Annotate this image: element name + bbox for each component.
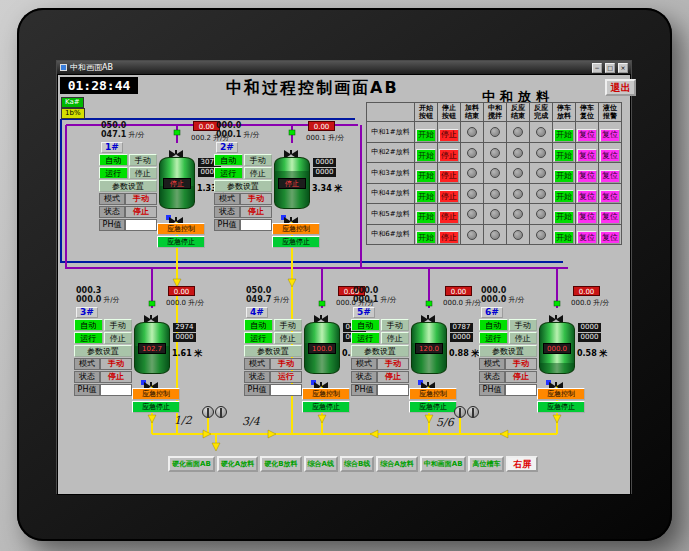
start-button[interactable]: 开始 (416, 190, 436, 203)
stop-button[interactable]: 停止 (244, 167, 273, 179)
emergency-stop-button[interactable]: 应急停止 (537, 401, 585, 413)
alarm-reset-button[interactable]: 复位 (600, 129, 620, 142)
flow-display: 000.3000.0升/分 (76, 286, 120, 305)
discharge-start-button[interactable]: 开始 (554, 170, 574, 183)
alarm-reset-button[interactable]: 复位 (600, 190, 620, 203)
start-button[interactable]: 开始 (416, 149, 436, 162)
emergency-stop-button[interactable]: 应急停止 (302, 401, 350, 413)
stop-button[interactable]: 停止 (381, 332, 410, 344)
stop-button[interactable]: 停止 (439, 211, 459, 224)
emergency-control-button[interactable]: 应急控制 (157, 223, 205, 235)
emergency-control-button[interactable]: 应急控制 (409, 388, 457, 400)
window-close-button[interactable]: × (618, 63, 628, 73)
emergency-stop-button[interactable]: 应急停止 (157, 236, 205, 248)
start-button[interactable]: 开始 (416, 129, 436, 142)
discharge-start-button[interactable]: 开始 (554, 231, 574, 244)
ph-label: PH值 (214, 219, 240, 231)
stop-button[interactable]: 停止 (439, 190, 459, 203)
stop-button[interactable]: 停止 (509, 332, 538, 344)
emergency-stop-button[interactable]: 应急停止 (132, 401, 180, 413)
table-cell: 复位 (576, 204, 599, 225)
stop-button[interactable]: 停止 (274, 332, 303, 344)
discharge-start-button[interactable]: 开始 (554, 190, 574, 203)
auto-button[interactable]: 自动 (214, 154, 243, 166)
manual-button[interactable]: 手动 (274, 319, 303, 331)
table-cell (484, 163, 507, 184)
stop-button[interactable]: 停止 (439, 231, 459, 244)
params-button[interactable]: 参数设置 (214, 180, 272, 192)
table-cell (461, 224, 484, 245)
alarm-reset-button[interactable]: 复位 (600, 231, 620, 244)
auto-button[interactable]: 自动 (99, 154, 128, 166)
run-button[interactable]: 运行 (479, 332, 508, 344)
alarm-reset-button[interactable]: 复位 (600, 170, 620, 183)
params-button[interactable]: 参数设置 (479, 345, 537, 357)
reset-button[interactable]: 复位 (577, 129, 597, 142)
discharge-start-button[interactable]: 开始 (554, 129, 574, 142)
manual-button[interactable]: 手动 (129, 154, 158, 166)
tank: 停止 (159, 157, 195, 209)
reset-button[interactable]: 复位 (577, 231, 597, 244)
window-minimize-button[interactable]: − (592, 63, 602, 73)
params-button[interactable]: 参数设置 (244, 345, 302, 357)
button-row: 运行停止 (214, 167, 272, 179)
nav-button-9[interactable]: 右屏 (506, 456, 538, 472)
run-button[interactable]: 运行 (214, 167, 243, 179)
table-cell: 复位 (599, 163, 622, 184)
reset-button[interactable]: 复位 (577, 149, 597, 162)
alarm-reset-button[interactable]: 复位 (600, 211, 620, 224)
emergency-stop-button[interactable]: 应急停止 (272, 236, 320, 248)
nav-button-2[interactable]: 硬化A放料 (217, 456, 258, 472)
params-button[interactable]: 参数设置 (74, 345, 132, 357)
manual-button[interactable]: 手动 (381, 319, 410, 331)
run-button[interactable]: 运行 (351, 332, 380, 344)
reset-button[interactable]: 复位 (577, 211, 597, 224)
emergency-stop-button[interactable]: 应急停止 (409, 401, 457, 413)
nav-button-4[interactable]: 综合A线 (304, 456, 338, 472)
auto-button[interactable]: 自动 (479, 319, 508, 331)
stop-button[interactable]: 停止 (439, 170, 459, 183)
emergency-control-button[interactable]: 应急控制 (272, 223, 320, 235)
stop-button[interactable]: 停止 (439, 149, 459, 162)
nav-button-1[interactable]: 硬化画面AB (168, 456, 215, 472)
reset-button[interactable]: 复位 (577, 170, 597, 183)
table-cell: 复位 (599, 122, 622, 143)
run-button[interactable]: 运行 (244, 332, 273, 344)
start-button[interactable]: 开始 (416, 170, 436, 183)
ph-value (505, 384, 537, 396)
manual-button[interactable]: 手动 (104, 319, 133, 331)
auto-button[interactable]: 自动 (74, 319, 103, 331)
flow-unit-label: 升/分 (328, 134, 344, 142)
flow-setpoint-value: 000.3 (76, 286, 101, 295)
ph-row: PH值 (74, 384, 132, 396)
stop-button[interactable]: 停止 (104, 332, 133, 344)
auto-button[interactable]: 自动 (244, 319, 273, 331)
params-button[interactable]: 参数设置 (351, 345, 409, 357)
nav-button-7[interactable]: 中和画面AB (420, 456, 467, 472)
start-button[interactable]: 开始 (416, 231, 436, 244)
row-label: 中和2#放料 (367, 142, 415, 163)
alarm-reset-button[interactable]: 复位 (600, 149, 620, 162)
nav-button-8[interactable]: 高位槽车 (468, 456, 504, 472)
start-button[interactable]: 开始 (416, 211, 436, 224)
run-button[interactable]: 运行 (74, 332, 103, 344)
emergency-control-button[interactable]: 应急控制 (132, 388, 180, 400)
auto-button[interactable]: 自动 (351, 319, 380, 331)
params-button[interactable]: 参数设置 (99, 180, 157, 192)
emergency-control-button[interactable]: 应急控制 (537, 388, 585, 400)
stop-button[interactable]: 停止 (439, 129, 459, 142)
nav-button-3[interactable]: 硬化B放料 (260, 456, 301, 472)
stop-button[interactable]: 停止 (129, 167, 158, 179)
reset-button[interactable]: 复位 (577, 190, 597, 203)
discharge-start-button[interactable]: 开始 (554, 211, 574, 224)
discharge-start-button[interactable]: 开始 (554, 149, 574, 162)
run-button[interactable]: 运行 (99, 167, 128, 179)
table-cell: 复位 (576, 183, 599, 204)
nav-button-6[interactable]: 综合A放料 (376, 456, 417, 472)
nav-button-5[interactable]: 综合B线 (340, 456, 374, 472)
manual-button[interactable]: 手动 (509, 319, 538, 331)
manual-button[interactable]: 手动 (244, 154, 273, 166)
emergency-control-button[interactable]: 应急控制 (302, 388, 350, 400)
window-maximize-button[interactable]: □ (605, 63, 615, 73)
aux-actual-value: 000.2 (191, 134, 211, 142)
